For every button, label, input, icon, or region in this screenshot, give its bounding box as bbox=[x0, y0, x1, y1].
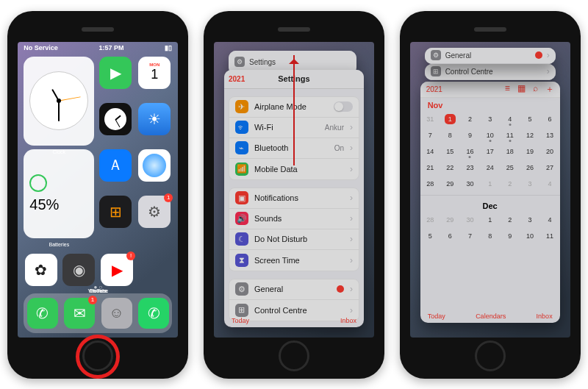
calendar-day[interactable]: 11 bbox=[539, 228, 559, 244]
app-weather[interactable]: ☀ Weather bbox=[137, 103, 172, 146]
switcher-calendar[interactable]: ⚙ General › ⊞ Control Centre › 2021 ≡▦⌕＋… bbox=[410, 42, 570, 338]
cal-tool-icon[interactable]: ▦ bbox=[517, 83, 526, 96]
home-grid: Clock ▶ FaceTime MON 1 Calendar Clock ☀ … bbox=[18, 54, 178, 241]
switcher-settings[interactable]: ⚙ Settings 2021 Settings ✈Airplane Modeᯤ… bbox=[214, 42, 374, 338]
settings-row[interactable]: ▣Notifications› bbox=[229, 188, 359, 209]
calendar-day[interactable]: 10 bbox=[480, 127, 500, 143]
calendar-day[interactable]: 21 bbox=[420, 160, 440, 176]
calendar-day[interactable]: 15 bbox=[440, 143, 460, 160]
calendar-day[interactable]: 5 bbox=[420, 228, 440, 244]
home-screen[interactable]: No Service 1:57 PM ▮▯ Clock ▶ FaceTime M… bbox=[18, 42, 178, 338]
calendar-day[interactable]: 5 bbox=[520, 111, 539, 127]
inbox-link[interactable]: Inbox bbox=[340, 317, 356, 324]
gear-icon: ⚙ bbox=[431, 50, 441, 60]
calendar-day[interactable]: 10 bbox=[520, 228, 539, 244]
inbox-link[interactable]: Inbox bbox=[537, 313, 553, 320]
row-label: Wi-Fi bbox=[254, 123, 319, 132]
clock-text: 1:57 PM bbox=[99, 44, 124, 51]
calendar-day[interactable]: 6 bbox=[440, 228, 460, 244]
calendar-day[interactable]: 25 bbox=[500, 160, 520, 176]
cal-tool-icon[interactable]: ≡ bbox=[505, 83, 510, 96]
home-button[interactable] bbox=[279, 340, 309, 371]
badge-icon bbox=[337, 285, 344, 293]
chevron-right-icon: › bbox=[350, 164, 353, 174]
calendar-day[interactable]: 30 bbox=[460, 212, 480, 228]
back-year[interactable]: 2021 bbox=[426, 85, 442, 93]
dock-messages[interactable]: ✉1 bbox=[64, 298, 95, 329]
settings-row[interactable]: ⧗Screen Time› bbox=[229, 250, 359, 271]
today-link[interactable]: Today bbox=[232, 317, 249, 324]
calendar-day[interactable]: 23 bbox=[460, 160, 480, 176]
calendar-day[interactable]: 16 bbox=[460, 143, 480, 160]
batteries-widget[interactable]: 45% Batteries bbox=[24, 149, 94, 238]
home-button[interactable] bbox=[475, 340, 506, 371]
calendar-day[interactable]: 29 bbox=[440, 176, 460, 192]
card-header-control[interactable]: ⊞ Control Centre › bbox=[425, 64, 556, 80]
settings-row[interactable]: 🔊Sounds› bbox=[229, 209, 359, 229]
calendar-grid-nov[interactable]: 3112345678910111213141516171819202122232… bbox=[420, 111, 560, 192]
app-clock[interactable]: Clock bbox=[98, 103, 133, 146]
card-calendar[interactable]: 2021 ≡▦⌕＋ Nov 31123456789101112131415161… bbox=[420, 82, 560, 323]
calendar-day[interactable]: 3 bbox=[520, 212, 539, 228]
today-link[interactable]: Today bbox=[428, 313, 445, 320]
cal-tool-icon[interactable]: ⌕ bbox=[533, 83, 538, 96]
calendar-day[interactable]: 4 bbox=[539, 212, 559, 228]
calendar-day[interactable]: 9 bbox=[500, 228, 520, 244]
app-facetime[interactable]: ▶ FaceTime bbox=[98, 57, 133, 99]
chevron-right-icon: › bbox=[547, 50, 550, 60]
calendar-day[interactable]: 24 bbox=[480, 160, 500, 176]
calendar-toolbar: ≡▦⌕＋ bbox=[505, 83, 554, 96]
calendar-day[interactable]: 30 bbox=[460, 176, 480, 192]
calendar-day[interactable]: 1 bbox=[440, 111, 460, 127]
calendar-day[interactable]: 4 bbox=[500, 111, 520, 127]
app-settings[interactable]: ⚙1 Settings bbox=[137, 196, 172, 238]
calendar-day[interactable]: 8 bbox=[440, 127, 460, 143]
calendar-day[interactable]: 7 bbox=[460, 228, 480, 244]
calendar-day[interactable]: 7 bbox=[420, 127, 440, 143]
app-photos[interactable]: ✿Photos bbox=[24, 254, 58, 286]
calendar-day[interactable]: 26 bbox=[520, 160, 539, 176]
app-calculator[interactable]: ⊞ Calculator bbox=[98, 196, 133, 238]
card-header-general[interactable]: ⚙ General › bbox=[425, 48, 556, 64]
calendar-grid-dec[interactable]: 2829301234567891011 bbox=[420, 212, 560, 244]
calendar-day[interactable]: 8 bbox=[480, 228, 500, 244]
toggle[interactable] bbox=[334, 101, 353, 112]
app-appstore[interactable]: Ａ App Store bbox=[98, 149, 133, 192]
calendar-day[interactable]: 29 bbox=[440, 212, 460, 228]
dock-phone[interactable]: ✆ bbox=[27, 298, 58, 329]
calendar-day[interactable]: 9 bbox=[460, 127, 480, 143]
calendar-day[interactable]: 20 bbox=[539, 143, 559, 160]
app-safari[interactable]: Safari bbox=[137, 149, 172, 192]
page-indicator[interactable]: ● ○ bbox=[18, 284, 178, 290]
clock-widget[interactable]: Clock bbox=[24, 57, 94, 146]
app-camera[interactable]: ◉Camera bbox=[62, 254, 96, 286]
calendar-day[interactable]: 14 bbox=[420, 143, 440, 160]
calendar-day[interactable]: 2 bbox=[500, 212, 520, 228]
calendars-link[interactable]: Calendars bbox=[476, 313, 506, 320]
calendar-day[interactable]: 19 bbox=[520, 143, 539, 160]
calendar-day[interactable]: 12 bbox=[520, 127, 539, 143]
calendar-day[interactable]: 2 bbox=[460, 111, 480, 127]
chevron-right-icon: › bbox=[350, 193, 353, 203]
calendar-day[interactable]: 3 bbox=[480, 111, 500, 127]
chevron-right-icon: › bbox=[350, 213, 353, 224]
back-link[interactable]: 2021 bbox=[229, 75, 245, 83]
calendar-day[interactable]: 27 bbox=[539, 160, 559, 176]
calendar-day[interactable]: 6 bbox=[539, 111, 559, 127]
dock-contacts[interactable]: ☺ bbox=[101, 298, 132, 329]
settings-row[interactable]: ☾Do Not Disturb› bbox=[229, 229, 359, 250]
calendar-day[interactable]: 28 bbox=[420, 212, 440, 228]
calendar-day[interactable]: 18 bbox=[500, 143, 520, 160]
calendar-day[interactable]: 17 bbox=[480, 143, 500, 160]
chevron-right-icon: › bbox=[547, 66, 550, 76]
app-youtube[interactable]: ▶!YouTube bbox=[100, 254, 135, 286]
calendar-day[interactable]: 13 bbox=[539, 127, 559, 143]
app-calendar[interactable]: MON 1 Calendar bbox=[137, 57, 172, 99]
cal-tool-icon[interactable]: ＋ bbox=[545, 83, 554, 96]
settings-row[interactable]: ⚙General› bbox=[229, 279, 359, 300]
calendar-day[interactable]: 1 bbox=[480, 212, 500, 228]
calendar-day[interactable]: 28 bbox=[420, 176, 440, 192]
dock-whatsapp[interactable]: ✆ bbox=[138, 298, 169, 329]
calendar-day[interactable]: 22 bbox=[440, 160, 460, 176]
calendar-day[interactable]: 11 bbox=[500, 127, 520, 143]
